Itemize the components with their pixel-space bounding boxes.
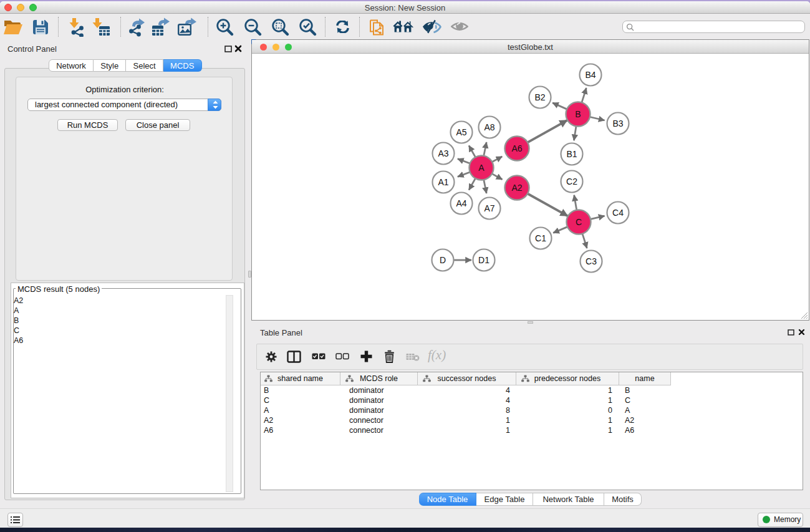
svg-text:A3: A3 <box>438 148 448 158</box>
svg-text:A8: A8 <box>484 122 494 132</box>
svg-text:B4: B4 <box>585 70 595 80</box>
svg-text:B3: B3 <box>612 118 623 128</box>
svg-text:C3: C3 <box>586 256 597 266</box>
svg-text:A: A <box>478 163 485 173</box>
svg-text:A4: A4 <box>456 198 466 208</box>
svg-text:B: B <box>575 109 581 119</box>
svg-text:C1: C1 <box>535 233 546 243</box>
svg-text:D1: D1 <box>478 255 489 265</box>
svg-text:A1: A1 <box>438 177 448 187</box>
svg-text:B1: B1 <box>566 149 577 159</box>
svg-text:C2: C2 <box>566 177 577 186</box>
svg-text:A6: A6 <box>511 143 522 153</box>
svg-text:A5: A5 <box>456 127 466 137</box>
svg-text:A2: A2 <box>511 183 522 193</box>
svg-text:A7: A7 <box>484 203 494 213</box>
svg-text:D: D <box>440 255 446 265</box>
svg-text:C4: C4 <box>612 208 624 218</box>
svg-text:C: C <box>576 217 582 227</box>
svg-text:B2: B2 <box>534 92 545 102</box>
